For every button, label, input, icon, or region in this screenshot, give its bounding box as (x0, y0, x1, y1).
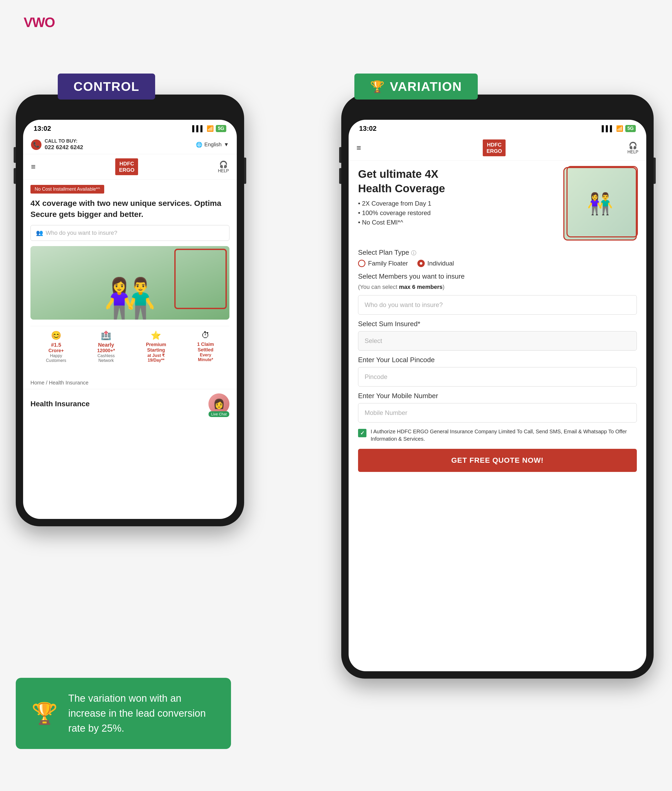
sum-insured-select[interactable]: Select (358, 331, 637, 351)
content-left: No Cost Installment Available*^ 4X cover… (23, 179, 237, 376)
screen-right: 13:02 ▌▌▌ 📶 5G ≡ HDFC ERGO 🎧 HELP (349, 120, 646, 671)
hero-text: Get ultimate 4XHealth Coverage 2X Covera… (358, 167, 557, 240)
variation-label: 🏆 VARIATION (354, 74, 478, 99)
time-right: 13:02 (359, 125, 377, 133)
chevron-down-icon: ▼ (224, 142, 229, 147)
breadcrumb-left: Home / Health Insurance (23, 376, 237, 389)
pincode-section: Enter Your Local Pincode Pincode (358, 356, 637, 387)
status-bar-right: 13:02 ▌▌▌ 📶 5G (349, 120, 646, 135)
notch-right (463, 102, 531, 115)
phone-icon: 📞 (31, 139, 42, 150)
nav-bar-right: ≡ HDFC ERGO 🎧 HELP (349, 135, 646, 161)
winner-text: The variation won with an increase in th… (68, 691, 215, 736)
consent-text: I Authorize HDFC ERGO General Insurance … (371, 428, 637, 442)
notch-left (96, 102, 164, 115)
chat-widget[interactable]: 👩 Live Chat (208, 393, 229, 415)
status-bar-left: 13:02 ▌▌▌ 📶 5G (23, 120, 237, 135)
stats-row: 😊 #1.5 Crore+ HappyCustomers 🏥 Nearly 12… (30, 326, 229, 367)
hamburger-icon-right[interactable]: ≡ (357, 143, 361, 152)
mobile-section: Enter Your Mobile Number Mobile Number (358, 392, 637, 423)
radio-individual[interactable]: Individual (418, 260, 454, 267)
select-placeholder: Select (365, 337, 382, 344)
consent-row: ✓ I Authorize HDFC ERGO General Insuranc… (358, 428, 637, 442)
members-input[interactable]: Who do you want to insure? (358, 295, 637, 315)
time-left: 13:02 (34, 125, 51, 133)
feature-item-1: 2X Coverage from Day 1 (358, 200, 557, 207)
family-floater-label: Family Floater (368, 260, 408, 267)
stat-network: 🏥 Nearly 12000+* CashlessNetwork (97, 330, 115, 363)
red-frame-left (174, 249, 227, 309)
wifi-icon-left: 📶 (206, 125, 214, 132)
hospital-icon: 🏥 (97, 330, 115, 340)
variation-headline: Get ultimate 4XHealth Coverage (358, 167, 557, 195)
help-label: HELP (218, 168, 229, 173)
pincode-input[interactable]: Pincode (358, 367, 637, 387)
battery-right: 5G (625, 125, 636, 132)
feature-list: 2X Coverage from Day 1 100% coverage res… (358, 200, 557, 226)
bottom-tab-left: Health Insurance 👩 Live Chat (23, 389, 237, 419)
battery-left: 5G (216, 125, 226, 132)
hamburger-icon[interactable]: ≡ (31, 162, 36, 171)
status-icons-right: ▌▌▌ 📶 5G (602, 125, 636, 132)
call-bar: 📞 CALL TO BUY: 022 6242 6242 🌐 English ▼ (23, 135, 237, 154)
check-icon: ✓ (360, 430, 365, 436)
winner-trophy-icon: 🏆 (32, 701, 58, 726)
status-icons-left: ▌▌▌ 📶 5G (192, 125, 226, 132)
promo-badge: No Cost Installment Available*^ (30, 185, 104, 194)
radio-family[interactable]: Family Floater (358, 260, 408, 267)
phone-frame-right: 13:02 ▌▌▌ 📶 5G ≡ HDFC ERGO 🎧 HELP (341, 94, 654, 679)
content-right: Get ultimate 4XHealth Coverage 2X Covera… (349, 161, 646, 478)
nav-bar-left: ≡ HDFC ERGO 🎧 HELP (23, 154, 237, 179)
phone-number: 022 6242 6242 (45, 144, 83, 151)
winner-card: 🏆 The variation won with an increase in … (16, 678, 231, 749)
live-chat-badge: Live Chat (208, 411, 229, 417)
insure-search-box[interactable]: 👥 Who do you want to insure? (30, 225, 229, 241)
plan-type-label: Select Plan Type ⓘ (358, 248, 637, 256)
hdfc-logo-left: HDFC ERGO (115, 159, 138, 175)
hdfc-logo-right: HDFC ERGO (483, 139, 506, 156)
headset-icon: 🎧 (219, 160, 227, 168)
stat-claim: ⏱ 1 ClaimSettled EveryMinute* (197, 330, 214, 363)
variation-phone: 13:02 ▌▌▌ 📶 5G ≡ HDFC ERGO 🎧 HELP (341, 94, 654, 679)
members-sublabel: (You can select max 6 members) (358, 283, 637, 290)
sum-insured-section: Select Sum Insured* Select (358, 320, 637, 351)
pincode-label: Enter Your Local Pincode (358, 356, 637, 364)
main-headline-left: 4X coverage with two new unique services… (30, 198, 229, 220)
control-phone: 13:02 ▌▌▌ 📶 5G 📞 CALL TO BUY: 022 6242 6… (16, 94, 244, 526)
cta-button[interactable]: GET FREE QUOTE NOW! (358, 449, 637, 472)
signal-icon-left: ▌▌▌ (192, 125, 205, 132)
help-button-right[interactable]: 🎧 HELP (627, 142, 638, 154)
call-to-buy-label: CALL TO BUY: (45, 138, 83, 144)
trophy-icon: 🏆 (370, 80, 385, 93)
mobile-input[interactable]: Mobile Number (358, 403, 637, 423)
flag-icon: 🌐 (196, 142, 202, 148)
help-button-left[interactable]: 🎧 HELP (218, 160, 229, 173)
phone-frame-left: 13:02 ▌▌▌ 📶 5G 📞 CALL TO BUY: 022 6242 6… (16, 94, 244, 526)
plan-type-section: Select Plan Type ⓘ Family Floater Indivi… (358, 248, 637, 267)
vwo-logo: VWO (24, 14, 54, 30)
headset-icon-right: 🎧 (629, 142, 637, 150)
people-icon: 👥 (36, 229, 43, 236)
feature-item-3: No Cost EMI*^ (358, 219, 557, 226)
radio-circle-individual (418, 260, 425, 267)
consent-checkbox[interactable]: ✓ (358, 429, 366, 437)
wifi-icon-right: 📶 (616, 125, 623, 132)
hero-placeholder-left: 👫 (30, 246, 229, 320)
help-label-right: HELP (627, 150, 638, 154)
call-info: 📞 CALL TO BUY: 022 6242 6242 (31, 138, 83, 151)
hero-image-right: 👫 (563, 167, 637, 240)
search-placeholder: Who do you want to insure? (46, 229, 117, 236)
variation-hero: Get ultimate 4XHealth Coverage 2X Covera… (358, 167, 637, 240)
radio-group: Family Floater Individual (358, 260, 637, 267)
signal-icon-right: ▌▌▌ (602, 125, 614, 132)
stat-premium: ⭐ PremiumStarting at Just ₹19/Day** (146, 330, 166, 363)
smile-icon: 😊 (46, 330, 66, 340)
members-section: Select Members you want to insure (You c… (358, 272, 637, 315)
health-insurance-label: Health Insurance (30, 400, 90, 408)
feature-item-2: 100% coverage restored (358, 209, 557, 217)
hero-image-left: 👫 (30, 246, 229, 320)
language-selector[interactable]: 🌐 English ▼ (196, 142, 229, 148)
screen-left: 13:02 ▌▌▌ 📶 5G 📞 CALL TO BUY: 022 6242 6… (23, 120, 237, 519)
clock-icon: ⏱ (197, 330, 214, 340)
star-icon: ⭐ (146, 330, 166, 340)
